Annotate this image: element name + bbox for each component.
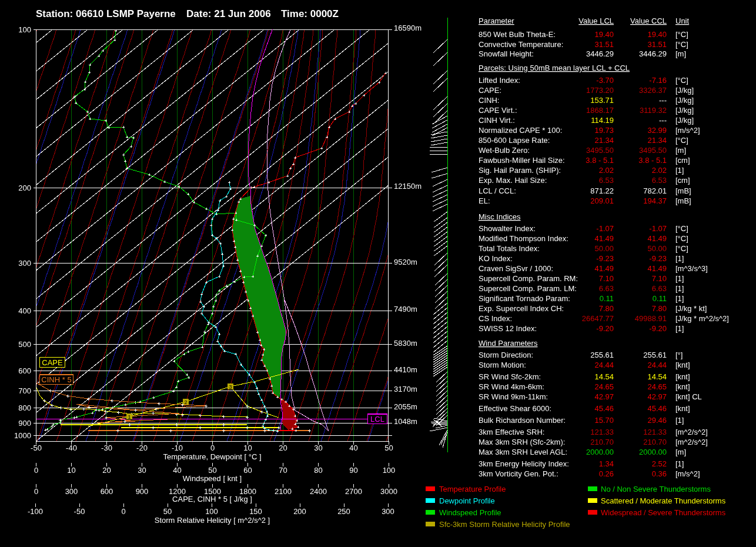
svg-text:3km Effective SRH:: 3km Effective SRH: (479, 428, 544, 436)
svg-text:[J/kg * kt]: [J/kg * kt] (675, 304, 707, 313)
svg-text:7.10: 7.10 (599, 274, 614, 283)
svg-text:1.34: 1.34 (599, 459, 614, 468)
svg-text:-1.07: -1.07 (649, 224, 667, 233)
svg-text:Temperature Profile: Temperature Profile (439, 485, 506, 493)
svg-text:41.49: 41.49 (647, 234, 667, 243)
svg-text:0.36: 0.36 (652, 469, 667, 478)
svg-text:400: 400 (18, 306, 31, 315)
svg-text:7.10: 7.10 (652, 274, 667, 283)
svg-text:800: 800 (18, 403, 31, 412)
svg-text:3000: 3000 (380, 487, 397, 496)
svg-text:194.37: 194.37 (643, 196, 667, 205)
svg-text:[knt]: [knt] (675, 361, 690, 369)
svg-text:1: 1 (128, 414, 131, 420)
svg-text:3: 3 (229, 384, 232, 390)
svg-text:Wind Parameters: Wind Parameters (479, 339, 538, 348)
svg-text:[1]: [1] (675, 284, 684, 293)
svg-text:150: 150 (249, 507, 262, 516)
svg-text:Windspeed [ knt ]: Windspeed [ knt ] (183, 474, 242, 483)
svg-text:[m]: [m] (675, 146, 686, 155)
svg-text:24.65: 24.65 (647, 382, 667, 391)
svg-text:[°C]: [°C] (675, 244, 688, 253)
svg-text:[1]: [1] (675, 254, 684, 263)
svg-text:CAPE, CINH * 5 [ J/kg ]: CAPE, CINH * 5 [ J/kg ] (172, 495, 252, 503)
svg-text:[m^2/s^2]: [m^2/s^2] (675, 438, 708, 446)
svg-text:100: 100 (205, 507, 218, 516)
svg-text:CINH:: CINH: (479, 96, 499, 105)
svg-text:Widespread / Severe Thundersto: Widespread / Severe Thunderstorms (601, 508, 726, 517)
svg-text:Normalized CAPE * 100:: Normalized CAPE * 100: (479, 126, 562, 135)
svg-text:700: 700 (18, 386, 31, 395)
svg-text:Effective Shear 6000:: Effective Shear 6000: (479, 404, 551, 413)
svg-text:3446.29: 3446.29 (639, 49, 667, 58)
svg-text:2: 2 (184, 399, 187, 405)
svg-text:[mB]: [mB] (675, 196, 691, 205)
svg-text:CAPE: CAPE (42, 358, 63, 367)
svg-text:[1]: [1] (675, 324, 684, 333)
svg-text:Significant Tornado Param:: Significant Tornado Param: (479, 294, 570, 303)
svg-text:[1]: [1] (675, 459, 684, 468)
svg-text:-50: -50 (74, 507, 85, 516)
svg-text:50: 50 (208, 466, 216, 475)
svg-text:1048m: 1048m (394, 417, 417, 426)
svg-text:Storm Relative Helicity [ m^2: Storm Relative Helicity [ m^2/s^2 ] (155, 516, 270, 525)
svg-text:121.33: 121.33 (590, 428, 614, 436)
svg-text:41.49: 41.49 (647, 264, 667, 273)
svg-text:255.61: 255.61 (643, 351, 667, 359)
svg-text:-10: -10 (172, 443, 183, 452)
svg-text:-9.23: -9.23 (649, 254, 667, 263)
svg-text:45.46: 45.46 (594, 404, 614, 413)
svg-text:49988.91: 49988.91 (635, 314, 667, 323)
svg-text:4410m: 4410m (394, 365, 417, 374)
svg-text:-20: -20 (136, 443, 148, 452)
svg-text:14.54: 14.54 (647, 372, 667, 381)
svg-text:[°C]: [°C] (675, 40, 688, 49)
svg-text:[1]: [1] (675, 166, 684, 175)
svg-text:2400: 2400 (310, 487, 327, 496)
svg-text:500: 500 (18, 340, 31, 349)
svg-text:200: 200 (293, 507, 306, 516)
svg-text:20: 20 (102, 466, 111, 475)
svg-text:30: 30 (314, 443, 322, 452)
svg-text:-50: -50 (31, 443, 42, 452)
svg-text:[°]: [°] (675, 351, 683, 359)
svg-text:3326.37: 3326.37 (639, 86, 667, 95)
svg-text:KO Index:: KO Index: (479, 254, 513, 263)
svg-text:600: 600 (18, 366, 31, 375)
svg-text:900: 900 (136, 487, 149, 496)
svg-text:Convective Temperature:: Convective Temperature: (479, 40, 563, 49)
svg-text:50: 50 (384, 443, 393, 452)
svg-text:Max 3km SRH Level AGL:: Max 3km SRH Level AGL: (479, 448, 567, 456)
svg-text:210.70: 210.70 (590, 438, 614, 446)
svg-text:[1]: [1] (675, 416, 684, 425)
svg-text:[J/kg]: [J/kg] (675, 116, 694, 125)
svg-text:2.02: 2.02 (599, 166, 614, 175)
svg-text:153.71: 153.71 (590, 96, 614, 105)
svg-text:2.02: 2.02 (652, 166, 667, 175)
svg-text:Showalter Index:: Showalter Index: (479, 224, 536, 233)
svg-text:900: 900 (18, 419, 31, 428)
svg-text:30: 30 (138, 466, 146, 475)
svg-text:-7.16: -7.16 (649, 76, 667, 85)
svg-text:[m^3/s^3]: [m^3/s^3] (675, 264, 708, 273)
svg-text:255.61: 255.61 (590, 351, 614, 359)
svg-text:Time: 0000Z: Time: 0000Z (281, 8, 339, 19)
svg-text:29.46: 29.46 (647, 416, 667, 425)
svg-text:-9.23: -9.23 (596, 254, 614, 263)
svg-text:[m/s^2]: [m/s^2] (675, 469, 700, 478)
svg-text:[°C]: [°C] (675, 224, 688, 233)
svg-text:No / Non Severe Thunderstorms: No / Non Severe Thunderstorms (601, 485, 711, 493)
svg-text:24.44: 24.44 (647, 361, 667, 369)
svg-text:3km Vorticity Gen. Pot.:: 3km Vorticity Gen. Pot.: (479, 469, 558, 478)
svg-text:300: 300 (18, 259, 31, 268)
svg-text:---: --- (659, 96, 667, 105)
svg-text:7.80: 7.80 (652, 304, 667, 313)
svg-text:6.53: 6.53 (652, 176, 667, 185)
svg-text:-9.20: -9.20 (649, 324, 667, 333)
svg-text:200: 200 (18, 184, 31, 192)
svg-text:782.01: 782.01 (643, 186, 667, 195)
svg-text:300: 300 (382, 507, 394, 516)
svg-text:209.01: 209.01 (590, 196, 614, 205)
svg-text:45.46: 45.46 (647, 404, 667, 413)
svg-text:[J/kg]: [J/kg] (675, 96, 694, 105)
